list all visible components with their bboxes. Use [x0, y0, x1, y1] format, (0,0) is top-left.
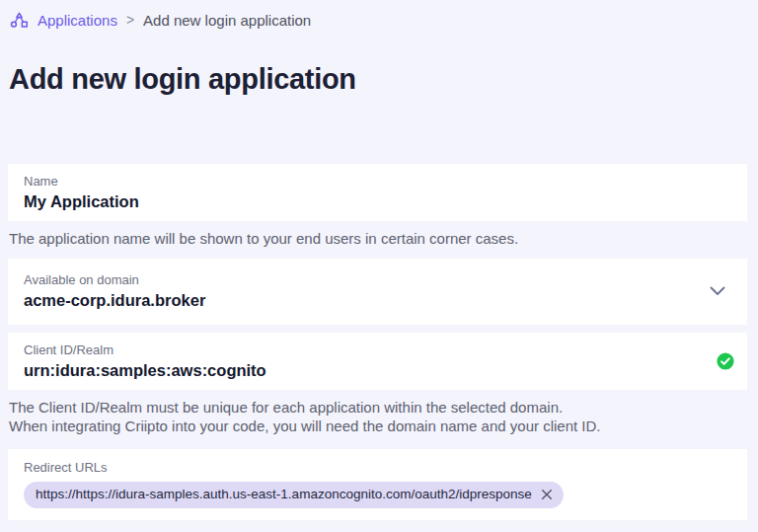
client-id-input[interactable] [24, 360, 702, 381]
breadcrumb-separator: > [126, 12, 134, 28]
redirect-url-chip: https://https://idura-samples.auth.us-ea… [24, 482, 564, 508]
client-id-helper-text: The Client ID/Realm must be unique for e… [9, 398, 748, 436]
client-id-helper-line2: When integrating Criipto into your code,… [9, 418, 601, 434]
client-id-label: Client ID/Realm [24, 342, 731, 357]
page-title: Add new login application [9, 63, 758, 96]
redirect-urls-field-box[interactable]: Redirect URLs https://https://idura-samp… [8, 449, 747, 520]
domain-select[interactable]: Available on domain acme-corp.idura.brok… [8, 259, 747, 325]
name-label: Name [24, 174, 731, 189]
add-application-form: Name The application name will be shown … [0, 164, 758, 532]
domain-selected-value: acme-corp.idura.broker [24, 290, 731, 311]
check-circle-icon [717, 352, 734, 370]
chevron-down-icon[interactable] [710, 286, 725, 296]
domain-label: Available on domain [24, 272, 731, 287]
redirect-urls-label: Redirect URLs [24, 460, 731, 475]
name-helper-text: The application name will be shown to yo… [9, 229, 748, 249]
applications-icon [10, 11, 29, 29]
redirect-url-chip-text: https://https://idura-samples.auth.us-ea… [36, 487, 532, 502]
client-id-field-box[interactable]: Client ID/Realm [8, 333, 747, 390]
name-input[interactable] [24, 191, 731, 212]
client-id-helper-line1: The Client ID/Realm must be unique for e… [9, 399, 563, 416]
breadcrumb-link-applications[interactable]: Applications [38, 12, 117, 29]
redirect-url-chip-row: https://https://idura-samples.auth.us-ea… [24, 482, 731, 508]
name-field-box[interactable]: Name [8, 164, 747, 221]
breadcrumb-current: Add new login application [143, 12, 311, 29]
close-icon[interactable] [541, 489, 553, 500]
breadcrumb: Applications > Add new login application [0, 0, 758, 37]
